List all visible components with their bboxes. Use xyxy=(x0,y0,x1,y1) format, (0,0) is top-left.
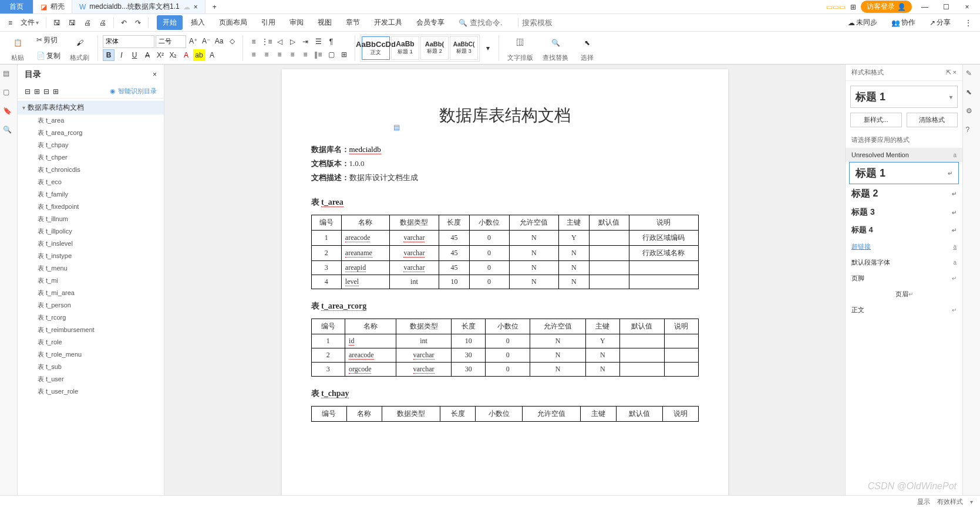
style-list-item[interactable]: 标题 2↵ xyxy=(846,184,962,204)
file-menu[interactable]: 文件 ▾ xyxy=(17,15,42,30)
line-spacing-button[interactable]: ‖≡ xyxy=(312,49,324,60)
ribbon-tab-0[interactable]: 开始 xyxy=(157,15,183,30)
close-icon[interactable]: × xyxy=(953,69,957,76)
ribbon-tab-2[interactable]: 页面布局 xyxy=(213,15,253,30)
save-as-button[interactable]: 🖫 xyxy=(65,16,79,29)
style-list-item[interactable]: 超链接a xyxy=(846,239,962,255)
clear-format-button[interactable]: ◇ xyxy=(226,35,238,47)
screen-icon[interactable]: ⊞ xyxy=(850,3,856,11)
style-list-item[interactable]: 标题 4↵ xyxy=(846,221,962,239)
document-area[interactable]: ▤ 数据库表结构文档 数据库名：medcialdb 文档版本：1.0.0 文档描… xyxy=(164,65,845,495)
close-icon[interactable]: × xyxy=(153,70,157,79)
ribbon-tab-4[interactable]: 审阅 xyxy=(284,15,309,30)
select-group[interactable]: ⬉ 选择 xyxy=(574,33,600,62)
align-left-button[interactable]: ≡ xyxy=(248,49,260,60)
align-right-button[interactable]: ≡ xyxy=(274,49,285,60)
tree-item[interactable]: 表 t_user xyxy=(18,373,164,385)
font-select[interactable] xyxy=(103,35,154,48)
redo-button[interactable]: ↷ xyxy=(132,16,144,29)
print-button[interactable]: 🖨 xyxy=(80,16,95,29)
outdent-button[interactable]: ◁ xyxy=(274,36,285,48)
format-painter-group[interactable]: 🖌 格式刷 xyxy=(66,33,93,62)
print-preview-button[interactable]: 🖨 xyxy=(96,16,110,29)
copy-button[interactable]: 📄 复制 xyxy=(33,49,64,63)
close-icon[interactable]: × xyxy=(194,3,198,11)
tree-item[interactable]: 表 t_family xyxy=(18,188,164,201)
tree-item[interactable]: 表 t_mi xyxy=(18,275,164,287)
underline-button[interactable]: U xyxy=(129,49,140,61)
align-justify-button[interactable]: ≡ xyxy=(287,49,298,60)
tree-item[interactable]: 表 t_area xyxy=(18,114,164,127)
align-center-button[interactable]: ≡ xyxy=(261,49,272,60)
bullets-button[interactable]: ≡ xyxy=(248,36,260,48)
minimize-button[interactable]: — xyxy=(917,0,933,14)
new-tab-button[interactable]: + xyxy=(206,0,224,13)
style-list-item[interactable]: 默认段落字体a xyxy=(846,255,962,270)
expand-button[interactable]: ⊟ xyxy=(25,87,31,96)
text-layout-group[interactable]: ⿲ 文字排版 xyxy=(504,33,537,62)
change-case-button[interactable]: Aa xyxy=(213,35,225,47)
more-button[interactable]: ⋮ xyxy=(961,16,975,29)
font-color-button[interactable]: A xyxy=(180,49,192,61)
tree-item[interactable]: 表 t_instype xyxy=(18,250,164,262)
pin-icon[interactable]: ⇱ xyxy=(946,69,951,76)
tab-button[interactable]: ⇥ xyxy=(299,36,311,48)
tab-home[interactable]: 首页 xyxy=(0,0,33,13)
tree-item[interactable]: 表 t_chronicdis xyxy=(18,164,164,176)
style-list-item[interactable]: 页脚↵ xyxy=(846,270,962,286)
size-select[interactable] xyxy=(156,35,186,48)
search-rail-button[interactable]: 🔍 xyxy=(3,126,15,137)
paste-group[interactable]: 📋 粘贴 xyxy=(5,33,31,62)
bold-button[interactable]: B xyxy=(103,49,114,61)
coop-button[interactable]: 👥 协作 xyxy=(888,15,919,30)
close-button[interactable]: × xyxy=(959,0,975,14)
indent-button[interactable]: ▷ xyxy=(287,36,298,48)
italic-button[interactable]: I xyxy=(116,49,127,61)
ribbon-tab-6[interactable]: 章节 xyxy=(340,15,366,30)
tree-item[interactable]: 表 t_user_role xyxy=(18,385,164,398)
new-style-button[interactable]: 新样式... xyxy=(850,113,902,127)
tree-item[interactable]: 表 t_eco xyxy=(18,176,164,188)
clear-format-button[interactable]: 清除格式 xyxy=(907,113,958,127)
highlight-button[interactable]: ab xyxy=(193,49,205,61)
tree-item[interactable]: 表 t_reimbursement xyxy=(18,324,164,336)
outline-rail-button[interactable]: ▤ xyxy=(3,69,15,81)
ribbon-tab-1[interactable]: 插入 xyxy=(185,15,211,30)
tree-item[interactable]: 表 t_illnum xyxy=(18,213,164,225)
level-down-button[interactable]: ⊞ xyxy=(53,87,59,96)
tab-document[interactable]: W medcialdb...统数据库文档1.1 ☁ × xyxy=(72,0,206,13)
menu-icon[interactable]: ≡ xyxy=(5,16,16,29)
decrease-font-button[interactable]: A⁻ xyxy=(200,35,212,47)
styles-rail-button[interactable]: ✎ xyxy=(966,69,978,81)
tree-item[interactable]: 表 t_chper xyxy=(18,151,164,164)
tree-item[interactable]: 表 t_role_menu xyxy=(18,348,164,361)
status-filter[interactable]: 有效样式 xyxy=(937,497,963,506)
select-rail-button[interactable]: ⬉ xyxy=(966,88,978,100)
command-search[interactable]: 🔍 xyxy=(459,18,517,27)
ribbon-tab-5[interactable]: 视图 xyxy=(312,15,338,30)
settings-rail-button[interactable]: ⚙ xyxy=(966,107,978,118)
cut-button[interactable]: ✂ 剪切 xyxy=(33,33,64,48)
subscript-button[interactable]: X₂ xyxy=(167,49,179,61)
search-input[interactable] xyxy=(470,18,517,27)
login-button[interactable]: 访客登录 👤 xyxy=(861,1,912,13)
style-list-item[interactable]: 标题 3↵ xyxy=(846,204,962,221)
tree-item[interactable]: 表 t_chpay xyxy=(18,139,164,151)
style-list-item[interactable]: Unresolved Mentiona xyxy=(846,148,962,162)
undo-button[interactable]: ↶ xyxy=(117,16,130,29)
maximize-button[interactable]: ☐ xyxy=(938,0,954,14)
current-style[interactable]: 标题 1 ▾ xyxy=(850,86,958,108)
align-dist-button[interactable]: ≡ xyxy=(299,49,311,60)
style-list-item[interactable]: 正文↵ xyxy=(846,302,962,318)
show-marks-button[interactable]: ¶ xyxy=(325,36,337,48)
level-up-button[interactable]: ⊟ xyxy=(43,87,49,96)
strike-button[interactable]: A̶ xyxy=(142,49,153,61)
tab-docer[interactable]: ◪ 稻壳 xyxy=(33,0,72,13)
increase-font-button[interactable]: A⁺ xyxy=(187,35,199,47)
collapse-button[interactable]: ⊞ xyxy=(34,87,40,96)
tree-item[interactable]: 表 t_menu xyxy=(18,262,164,275)
thumbnail-rail-button[interactable]: ▢ xyxy=(3,88,15,100)
style-gallery-item[interactable]: AaBb标题 1 xyxy=(391,36,419,60)
ribbon-tab-3[interactable]: 引用 xyxy=(255,15,281,30)
tree-item[interactable]: 表 t_mi_area xyxy=(18,287,164,299)
